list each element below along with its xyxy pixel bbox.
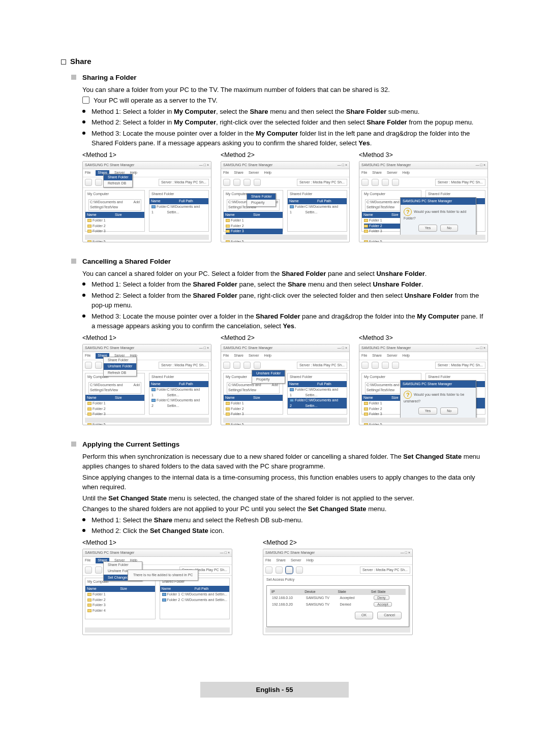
shared-row[interactable]: Folder 2 [167, 598, 180, 602]
menu-file[interactable]: File [223, 170, 229, 176]
policy-deny-button[interactable]: Deny [374, 595, 389, 600]
file-row[interactable]: Folder 2 [231, 407, 244, 411]
file-row[interactable]: Folder 1 [231, 401, 244, 405]
shared-row[interactable]: Folder 1 [167, 592, 180, 596]
cancel-button[interactable]: Cancel [377, 612, 402, 619]
toolbar-unshare-icon[interactable] [233, 362, 240, 369]
file-row[interactable]: Folder 1 [93, 218, 106, 222]
file-row[interactable]: Folder 3 [369, 229, 382, 233]
menu-share[interactable]: Share [372, 353, 382, 359]
file-row[interactable]: Folder 2 [231, 224, 244, 228]
menu-help[interactable]: Help [403, 170, 410, 176]
menu-share[interactable]: Share [372, 170, 382, 176]
menu-share[interactable]: Share [234, 353, 243, 359]
toolbar-back-icon[interactable] [392, 179, 399, 186]
menu-server[interactable]: Server [291, 558, 301, 563]
file-row[interactable]: Folder 3 [93, 229, 106, 233]
address-add[interactable]: Add [272, 383, 278, 393]
file-row[interactable]: Folder 3 [369, 412, 382, 416]
file-row[interactable]: Folder 5 [231, 423, 244, 425]
menu-share[interactable]: Share [276, 558, 286, 563]
toolbar-share-icon[interactable] [223, 179, 230, 186]
menu-item-refresh[interactable]: Refresh DB [104, 180, 132, 187]
file-row[interactable]: Folder 3 [231, 412, 244, 416]
file-row-selected[interactable]: Folder 3 [231, 229, 244, 233]
ctx-unshare-folder[interactable]: Unshare Folder [252, 370, 285, 377]
file-row[interactable]: Folder 2 [369, 407, 382, 411]
file-row[interactable]: Folder 4 [93, 609, 106, 612]
menu-share[interactable]: Share [234, 170, 243, 176]
ctx-property[interactable]: Property [247, 200, 276, 206]
menu-item-share-folder[interactable]: Share Folder [104, 357, 136, 364]
file-row[interactable]: Folder 2 [93, 224, 106, 228]
yes-button[interactable]: Yes [418, 407, 437, 415]
no-button[interactable]: No [440, 407, 458, 415]
toolbar-sync-icon[interactable] [382, 179, 389, 186]
toolbar-back-icon[interactable] [254, 179, 261, 186]
toolbar-back-icon[interactable] [296, 566, 303, 574]
policy-accept-button[interactable]: Accept [374, 602, 391, 607]
toolbar-set-changed-icon[interactable] [286, 566, 293, 574]
file-row[interactable]: Folder 2 [93, 407, 106, 411]
toolbar-unshare-icon[interactable] [276, 566, 283, 574]
menu-item-share-folder[interactable]: Share Folder [104, 562, 142, 569]
server-dropdown[interactable]: Server : Media Play PC Sh... [360, 566, 410, 574]
toolbar-back-icon[interactable] [392, 362, 399, 369]
file-row[interactable]: Folder 5 [369, 240, 382, 242]
toolbar-unshare-icon[interactable] [95, 566, 102, 574]
toolbar-unshare-icon[interactable] [372, 362, 379, 369]
file-row[interactable]: Folder 2 [369, 224, 382, 228]
menu-file[interactable]: File [85, 170, 90, 176]
file-row[interactable]: Folder 1 [231, 218, 244, 222]
toolbar-unshare-icon[interactable] [95, 179, 102, 186]
file-row[interactable]: Folder 5 [93, 423, 106, 425]
toolbar-unshare-icon[interactable] [233, 179, 240, 186]
toolbar-share-icon[interactable] [361, 362, 369, 369]
toolbar-share-icon[interactable] [361, 179, 369, 186]
address-add[interactable]: Add [134, 200, 140, 210]
file-row[interactable]: Folder 1 [369, 218, 382, 222]
file-row[interactable]: Folder 3 [93, 603, 106, 607]
toolbar-unshare-icon[interactable] [95, 362, 102, 369]
toolbar-unshare-icon[interactable] [372, 179, 379, 186]
ctx-property[interactable]: Property [252, 376, 285, 383]
menu-file[interactable]: File [265, 558, 271, 563]
toolbar-share-icon[interactable] [223, 362, 230, 369]
yes-button[interactable]: Yes [418, 225, 437, 232]
menu-help[interactable]: Help [264, 353, 271, 359]
file-row[interactable]: Folder 5 [369, 423, 382, 425]
menu-server[interactable]: Server [249, 170, 259, 176]
file-row[interactable]: Folder 5 [231, 240, 244, 242]
server-dropdown[interactable]: Server : Media Play PC Sh... [159, 179, 209, 186]
menu-server[interactable]: Server [249, 353, 259, 359]
menu-file[interactable]: File [85, 353, 90, 359]
no-button[interactable]: No [440, 225, 458, 232]
server-dropdown[interactable]: Server : Media Play PC Sh... [435, 362, 485, 369]
toolbar-sync-icon[interactable] [243, 362, 251, 369]
toolbar-share-icon[interactable] [85, 362, 92, 369]
menu-file[interactable]: File [85, 558, 90, 563]
server-dropdown[interactable]: Server : Media Play PC Sh... [159, 362, 209, 369]
menu-help[interactable]: Help [307, 558, 314, 563]
toolbar-share-icon[interactable] [85, 179, 92, 186]
menu-item-unshare-folder[interactable]: Unshare Folder [104, 363, 136, 370]
file-row[interactable]: Folder 1 [369, 401, 382, 405]
file-row[interactable]: Folder 1 [93, 401, 106, 405]
toolbar-share-icon[interactable] [265, 566, 272, 574]
toolbar-sync-icon[interactable] [243, 179, 251, 186]
menu-help[interactable]: Help [403, 353, 410, 359]
toolbar-back-icon[interactable] [254, 362, 261, 369]
server-dropdown[interactable]: Server : Media Play PC Sh... [435, 179, 485, 186]
menu-server[interactable]: Server [387, 170, 398, 176]
file-row[interactable]: Folder 3 [93, 412, 106, 416]
menu-file[interactable]: File [223, 353, 229, 359]
file-row[interactable]: Folder 5 [93, 240, 106, 242]
ctx-share-folder[interactable]: Share Folder [247, 194, 276, 200]
menu-help[interactable]: Help [264, 170, 271, 176]
file-row[interactable]: Folder 1 [93, 592, 106, 596]
toolbar-sync-icon[interactable] [382, 362, 389, 369]
menu-file[interactable]: File [361, 170, 367, 176]
toolbar-share-icon[interactable] [85, 566, 92, 574]
menu-item-refresh[interactable]: Refresh DB [104, 370, 136, 376]
server-dropdown[interactable]: Server : Media Play PC Sh... [297, 179, 347, 186]
